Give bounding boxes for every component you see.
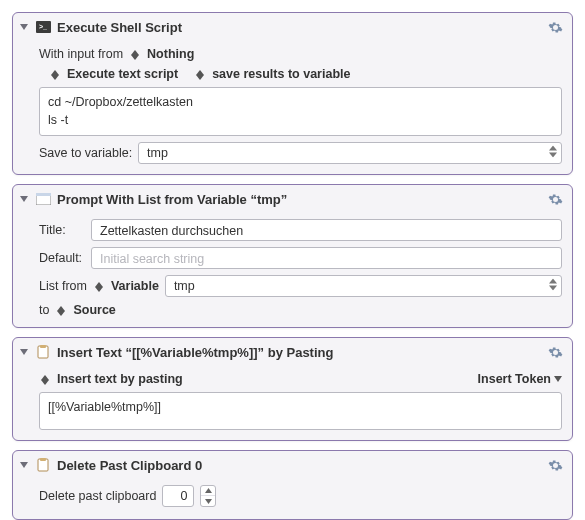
- prompt-default-label: Default:: [39, 251, 85, 265]
- svg-rect-22: [40, 345, 46, 348]
- svg-rect-28: [40, 458, 46, 461]
- save-to-variable-select[interactable]: tmp: [138, 142, 562, 164]
- script-textarea[interactable]: cd ~/Dropbox/zettelkasten ls -t: [39, 87, 562, 136]
- prompt-title-label: Title:: [39, 223, 85, 237]
- gear-icon[interactable]: [546, 456, 564, 474]
- svg-marker-25: [554, 376, 562, 382]
- svg-marker-20: [20, 349, 28, 355]
- clipboard-icon: [35, 345, 51, 359]
- list-to-label: to: [39, 303, 49, 317]
- delete-clipboard-label: Delete past clipboard: [39, 489, 156, 503]
- insert-text-textarea[interactable]: [[%Variable%tmp%]]: [39, 392, 562, 430]
- action-title: Prompt With List from Variable “tmp”: [57, 192, 540, 207]
- gear-icon[interactable]: [546, 343, 564, 361]
- gear-icon[interactable]: [546, 18, 564, 36]
- save-mode-label: save results to variable: [212, 67, 350, 81]
- prompt-default-input[interactable]: Initial search string: [91, 247, 562, 269]
- svg-marker-0: [20, 24, 28, 30]
- list-to-value: Source: [73, 303, 115, 317]
- svg-marker-30: [205, 499, 212, 504]
- svg-marker-17: [549, 286, 557, 291]
- list-from-label: List from: [39, 279, 87, 293]
- disclosure-triangle[interactable]: [19, 196, 29, 204]
- disclosure-triangle[interactable]: [19, 24, 29, 32]
- with-input-label: With input from: [39, 47, 123, 61]
- insert-mode-label: Insert text by pasting: [57, 372, 183, 386]
- svg-marker-26: [20, 462, 28, 468]
- action-title: Delete Past Clipboard 0: [57, 458, 540, 473]
- svg-rect-13: [36, 193, 51, 196]
- svg-marker-19: [57, 311, 65, 316]
- action-title: Insert Text “[[%Variable%tmp%]]” by Past…: [57, 345, 540, 360]
- clipboard-icon: [35, 458, 51, 472]
- list-from-variable-value: tmp: [174, 279, 195, 293]
- list-from-variable-select[interactable]: tmp: [165, 275, 562, 297]
- insert-token-label: Insert Token: [478, 372, 551, 386]
- svg-marker-11: [20, 196, 28, 202]
- gear-icon[interactable]: [546, 190, 564, 208]
- script-mode-label: Execute text script: [67, 67, 178, 81]
- svg-text:>_: >_: [39, 23, 47, 30]
- chevron-down-icon: [554, 376, 562, 382]
- svg-marker-29: [205, 488, 212, 493]
- window-icon: [35, 192, 51, 206]
- svg-marker-6: [51, 75, 59, 80]
- list-to-stepper[interactable]: [57, 306, 65, 316]
- prompt-title-input[interactable]: Zettelkasten durchsuchen: [91, 219, 562, 241]
- svg-marker-4: [131, 55, 139, 60]
- with-input-value: Nothing: [147, 47, 194, 61]
- save-to-variable-label: Save to variable:: [39, 146, 132, 160]
- insert-mode-stepper[interactable]: [41, 375, 49, 385]
- svg-marker-16: [549, 279, 557, 284]
- svg-marker-10: [549, 153, 557, 158]
- svg-marker-9: [549, 146, 557, 151]
- save-mode-stepper[interactable]: [196, 70, 204, 80]
- delete-clipboard-input[interactable]: 0: [162, 485, 194, 507]
- save-to-variable-value: tmp: [147, 146, 168, 160]
- terminal-icon: >_: [35, 20, 51, 34]
- disclosure-triangle[interactable]: [19, 462, 29, 470]
- with-input-stepper[interactable]: [131, 50, 139, 60]
- list-from-kind-stepper[interactable]: [95, 282, 103, 292]
- svg-marker-8: [196, 75, 204, 80]
- insert-token-button[interactable]: Insert Token: [478, 372, 562, 386]
- script-mode-stepper[interactable]: [51, 70, 59, 80]
- disclosure-triangle[interactable]: [19, 349, 29, 357]
- action-title: Execute Shell Script: [57, 20, 540, 35]
- svg-marker-24: [41, 380, 49, 385]
- list-from-kind: Variable: [111, 279, 159, 293]
- svg-marker-15: [95, 287, 103, 292]
- delete-clipboard-stepper[interactable]: [200, 485, 216, 507]
